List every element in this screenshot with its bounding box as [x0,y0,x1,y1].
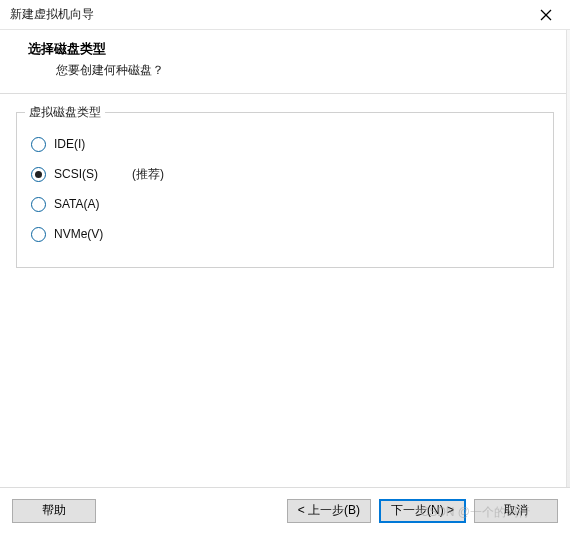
radio-icon [31,197,46,212]
radio-icon [31,137,46,152]
radio-option-nvme[interactable]: NVMe(V) [31,219,539,249]
radio-label: NVMe(V) [52,227,103,241]
next-button[interactable]: 下一步(N) > [379,499,466,523]
radio-option-ide[interactable]: IDE(I) [31,129,539,159]
radio-option-scsi[interactable]: SCSI(S) (推荐) [31,159,539,189]
disk-type-group: 虚拟磁盘类型 IDE(I) SCSI(S) (推荐) SATA(A) NVMe(… [16,112,554,268]
close-button[interactable] [530,3,562,27]
radio-label: SCSI(S) [52,167,98,181]
help-button[interactable]: 帮助 [12,499,96,523]
right-edge [566,30,570,487]
back-button[interactable]: < 上一步(B) [287,499,371,523]
cancel-button[interactable]: 取消 [474,499,558,523]
radio-label: SATA(A) [52,197,100,211]
group-legend: 虚拟磁盘类型 [25,104,105,121]
window-title: 新建虚拟机向导 [10,6,94,23]
radio-icon [31,167,46,182]
page-subtitle: 您要创建何种磁盘？ [28,62,550,79]
content-area: 虚拟磁盘类型 IDE(I) SCSI(S) (推荐) SATA(A) NVMe(… [0,94,570,268]
wizard-header: 选择磁盘类型 您要创建何种磁盘？ [0,30,570,94]
close-icon [540,9,552,21]
page-title: 选择磁盘类型 [28,40,550,58]
radio-label: IDE(I) [52,137,85,151]
wizard-footer: 帮助 < 上一步(B) 下一步(N) > 取消 [0,487,570,533]
titlebar: 新建虚拟机向导 [0,0,570,30]
radio-icon [31,227,46,242]
radio-hint: (推荐) [104,166,164,183]
radio-option-sata[interactable]: SATA(A) [31,189,539,219]
